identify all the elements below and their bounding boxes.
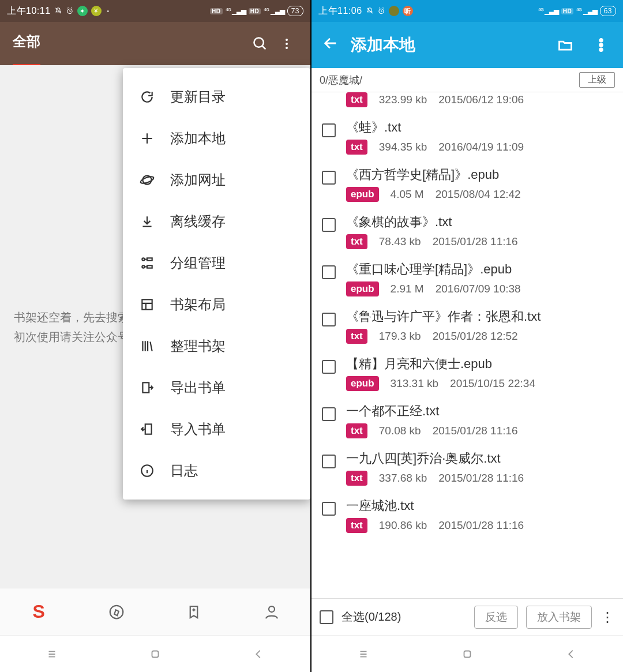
file-row[interactable]: 《蛙》.txttxt394.35 kb2016/04/19 11:09 xyxy=(312,113,623,160)
left-screenshot: 上午10:11 ✦ ¥ • HD ⁴ᴳ ▁▃▅ HD ⁴ᴳ ▁▃▅ 73 全部 xyxy=(0,0,312,672)
file-checkbox[interactable] xyxy=(322,407,336,421)
file-size: 323.99 kb xyxy=(379,93,427,106)
up-level-button[interactable]: 上级 xyxy=(579,72,615,88)
alarm-icon xyxy=(377,7,385,15)
file-name: 【精】月亮和六便士.epub xyxy=(346,355,614,373)
invert-select-button[interactable]: 反选 xyxy=(474,606,518,629)
search-button[interactable] xyxy=(247,31,273,57)
select-all-checkbox[interactable] xyxy=(320,610,333,624)
file-checkbox[interactable] xyxy=(322,455,336,468)
back-button[interactable] xyxy=(554,644,588,665)
hd-badge-icon: HD xyxy=(249,8,261,14)
planet-icon xyxy=(139,172,155,188)
file-date: 2015/08/04 12:42 xyxy=(436,188,521,201)
file-list[interactable]: txt323.99 kb2015/06/12 19:06《蛙》.txttxt39… xyxy=(312,92,623,598)
file-size: 4.05 M xyxy=(391,188,424,201)
file-checkbox[interactable] xyxy=(322,123,336,137)
overflow-menu-button[interactable] xyxy=(273,31,300,57)
menu-group-manage[interactable]: 分组管理 xyxy=(129,242,305,284)
file-checkbox[interactable] xyxy=(322,313,336,326)
app-bar: 添加本地 xyxy=(312,22,623,68)
svg-point-19 xyxy=(600,39,603,42)
right-screenshot: 上午11:06 听 ⁴ᴳ ▁▃▅ HD ⁴ᴳ ▁▃▅ 63 添加本地 xyxy=(312,0,623,672)
select-count-label: 全选(0/128) xyxy=(341,609,401,625)
nav-bookshelf[interactable]: S xyxy=(0,601,78,622)
file-row[interactable]: 一九八四[英]乔治·奥威尔.txttxt337.68 kb2015/01/28 … xyxy=(312,444,623,491)
file-date: 2015/01/28 11:16 xyxy=(438,472,524,485)
svg-rect-11 xyxy=(142,299,152,309)
file-checkbox[interactable] xyxy=(322,218,336,232)
file-type-badge: epub xyxy=(346,187,379,202)
file-checkbox[interactable] xyxy=(322,171,336,185)
status-time: 上午11:06 xyxy=(318,5,362,17)
back-button[interactable] xyxy=(321,35,340,55)
file-name: 《蛙》.txt xyxy=(346,119,614,136)
bookmark-add-icon xyxy=(185,603,202,621)
current-path: 0/恶魔城/ xyxy=(320,73,362,87)
file-checkbox[interactable] xyxy=(322,360,336,374)
file-date: 2015/10/15 22:34 xyxy=(450,377,535,390)
file-type-badge: txt xyxy=(346,423,367,438)
file-name: 《西方哲学史[精品]》.epub xyxy=(346,166,614,183)
nav-user[interactable] xyxy=(233,603,311,621)
menu-export-list[interactable]: 导出书单 xyxy=(129,367,305,408)
file-type-badge: txt xyxy=(346,518,367,533)
file-row[interactable]: 【精】月亮和六便士.epubepub313.31 kb2015/10/15 22… xyxy=(312,350,623,397)
svg-rect-22 xyxy=(464,651,471,657)
file-size: 313.31 kb xyxy=(391,377,438,390)
add-to-shelf-button[interactable]: 放入书架 xyxy=(526,606,592,629)
menu-offline-cache[interactable]: 离线缓存 xyxy=(129,201,305,242)
file-name: 《象棋的故事》.txt xyxy=(346,213,614,231)
file-row[interactable]: txt323.99 kb2015/06/12 19:06 xyxy=(312,92,623,113)
file-row[interactable]: 《西方哲学史[精品]》.epubepub4.05 M2015/08/04 12:… xyxy=(312,160,623,208)
svg-rect-9 xyxy=(147,258,152,260)
arrow-left-icon xyxy=(322,35,339,51)
hd-badge-icon: HD xyxy=(210,8,222,14)
tab-all[interactable]: 全部 xyxy=(13,32,40,55)
folder-button[interactable] xyxy=(553,37,578,53)
menu-add-local[interactable]: 添加本地 xyxy=(129,118,305,159)
menu-add-url[interactable]: 添加网址 xyxy=(129,159,305,201)
recent-apps-button[interactable] xyxy=(35,644,69,665)
menu-update-catalog[interactable]: 更新目录 xyxy=(129,76,305,118)
file-size: 394.35 kb xyxy=(379,141,427,153)
file-name: 一九八四[英]乔治·奥威尔.txt xyxy=(346,450,614,467)
file-type-badge: epub xyxy=(346,376,379,391)
svg-point-2 xyxy=(286,39,288,41)
menu-tidy-shelf[interactable]: 整理书架 xyxy=(129,325,305,367)
overflow-menu-button[interactable] xyxy=(588,37,614,53)
back-button[interactable] xyxy=(241,644,276,665)
home-button[interactable] xyxy=(138,644,172,665)
file-row[interactable]: 《象棋的故事》.txttxt78.43 kb2015/01/28 11:16 xyxy=(312,208,623,255)
more-button[interactable]: ⋮ xyxy=(600,609,615,625)
path-bar: 0/恶魔城/ 上级 xyxy=(312,68,623,92)
status-time: 上午10:11 xyxy=(7,5,51,17)
file-row[interactable]: 《鲁迅与许广平》作者：张恩和.txttxt179.3 kb2015/01/28 … xyxy=(312,302,623,350)
file-row[interactable]: 一座城池.txttxt190.86 kb2015/01/28 11:16 xyxy=(312,491,623,539)
file-name: 一个都不正经.txt xyxy=(346,403,614,420)
file-checkbox[interactable] xyxy=(322,265,336,279)
file-row[interactable]: 《重口味心理学[精品]》.epubepub2.91 M2016/07/09 10… xyxy=(312,255,623,302)
dnd-icon xyxy=(54,7,62,15)
file-date: 2015/01/28 11:16 xyxy=(438,519,524,532)
menu-shelf-layout[interactable]: 书架布局 xyxy=(129,284,305,325)
file-type-badge: txt xyxy=(346,140,367,155)
nav-discover[interactable] xyxy=(78,603,156,621)
menu-import-list[interactable]: 导入书单 xyxy=(129,408,305,450)
recent-apps-button[interactable] xyxy=(346,644,381,665)
svg-point-15 xyxy=(110,605,123,618)
svg-point-20 xyxy=(600,44,603,47)
battery-indicator: 63 xyxy=(600,6,616,16)
svg-point-21 xyxy=(600,48,603,51)
signal-icon: ⁴ᴳ ▁▃▅ xyxy=(576,7,596,15)
import-icon xyxy=(139,421,155,437)
home-button[interactable] xyxy=(450,644,485,665)
menu-log[interactable]: 日志 xyxy=(129,450,305,491)
svg-point-7 xyxy=(142,258,144,260)
file-row[interactable]: 一个都不正经.txttxt70.08 kb2015/01/28 11:16 xyxy=(312,397,623,444)
file-date: 2016/04/19 11:09 xyxy=(438,141,524,153)
file-checkbox[interactable] xyxy=(322,502,336,516)
empty-state-text: 书架还空着，先去搜索 初次使用请关注公众号 xyxy=(14,307,129,347)
nav-bookmark[interactable] xyxy=(155,603,233,621)
hd-badge-icon: HD xyxy=(561,8,573,14)
